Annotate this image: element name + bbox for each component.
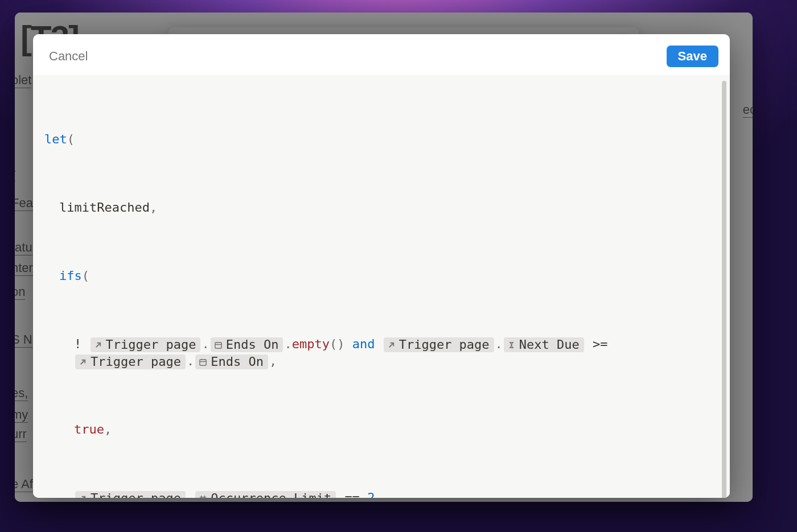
arrow-up-right-icon — [79, 494, 87, 498]
chip-trigger-page[interactable]: Trigger page — [384, 337, 494, 352]
bg-text: es, — [15, 386, 28, 401]
scrollbar[interactable] — [722, 81, 726, 498]
chip-trigger-page[interactable]: Trigger page — [75, 354, 186, 369]
svg-rect-0 — [215, 342, 221, 348]
op-eq: == — [344, 490, 360, 498]
bg-text: on — [15, 284, 25, 300]
formula-modal: Cancel Save let( limitReached, ifs( ! Tr… — [33, 34, 730, 498]
chip-ends-on[interactable]: Ends On — [195, 354, 268, 369]
bg-text: my — [15, 407, 28, 423]
formula-code[interactable]: let( limitReached, ifs( ! Trigger page.E… — [44, 80, 718, 498]
number-literal: 2 — [367, 490, 375, 498]
bg-text: ec — [743, 102, 753, 118]
keyword-and: and — [352, 337, 375, 351]
chip-ends-on[interactable]: Ends On — [211, 337, 284, 352]
bg-text: nter — [15, 261, 33, 276]
bg-text: e Af — [15, 477, 33, 492]
bg-text: urr — [15, 427, 27, 442]
bg-text: S N — [15, 332, 32, 348]
formula-editor[interactable]: let( limitReached, ifs( ! Trigger page.E… — [33, 75, 730, 498]
chip-trigger-page[interactable]: Trigger page — [91, 337, 201, 352]
svg-rect-1 — [200, 359, 206, 365]
arrow-up-right-icon — [94, 341, 102, 349]
chip-trigger-page[interactable]: Trigger page — [75, 491, 186, 498]
arrow-up-right-icon — [79, 358, 87, 366]
method-empty: empty — [292, 337, 330, 351]
bg-text: olet — [15, 73, 31, 88]
calendar-icon — [199, 358, 207, 366]
save-button[interactable]: Save — [667, 46, 718, 67]
bg-text: r — [15, 166, 15, 182]
bg-text: tatu — [15, 240, 32, 255]
arrow-up-right-icon — [387, 341, 396, 349]
cancel-button[interactable]: Cancel — [49, 49, 88, 64]
identifier: limitReached — [59, 200, 150, 215]
op-ge: >= — [593, 337, 608, 351]
keyword-ifs: ifs — [59, 269, 82, 283]
modal-header: Cancel Save — [33, 34, 730, 75]
calendar-icon — [214, 341, 223, 349]
number-icon — [199, 494, 207, 498]
keyword-let: let — [44, 132, 67, 146]
formula-icon — [507, 341, 516, 349]
chip-next-due[interactable]: Next Due — [504, 337, 584, 352]
bool-true: true — [74, 422, 104, 436]
chip-occurrence-limit[interactable]: Occurrence Limit — [195, 491, 336, 498]
